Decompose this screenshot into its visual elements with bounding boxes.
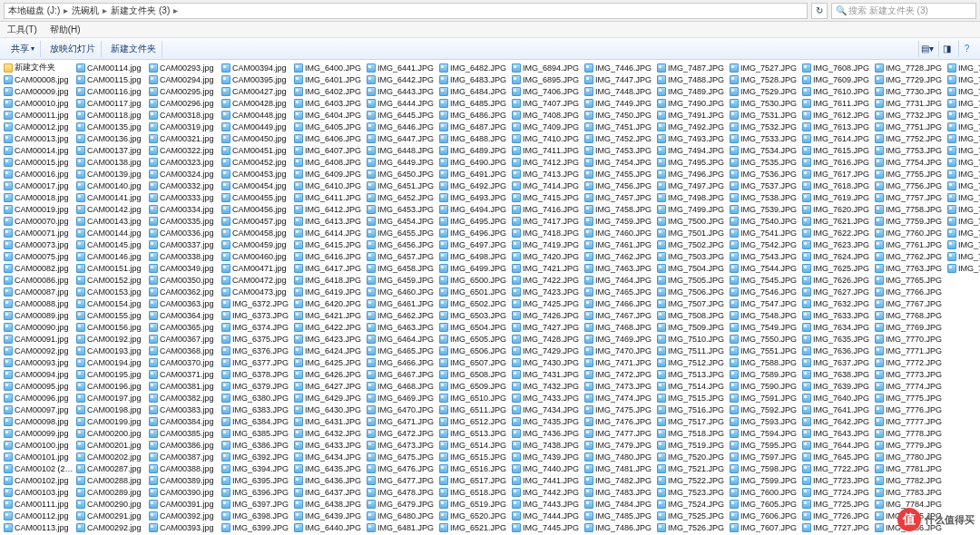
image-file-item[interactable]: IMG_7611.JPG <box>802 97 873 109</box>
image-file-item[interactable]: IMG_7490.JPG <box>657 97 728 109</box>
image-file-item[interactable]: IMG_6400.JPG <box>294 62 365 73</box>
image-file-item[interactable]: IMG_7756.JPG <box>875 180 946 191</box>
image-file-item[interactable]: IMG_7414.JPG <box>512 180 583 191</box>
image-file-item[interactable]: IMG_6479.JPG <box>367 498 437 510</box>
image-file-item[interactable]: CAM00103.jpg <box>4 486 74 498</box>
image-file-item[interactable]: IMG_7534.JPG <box>730 144 800 156</box>
image-file-item[interactable]: IMG_7538.JPG <box>730 191 800 203</box>
image-file-item[interactable]: IMG_7618.JPG <box>802 180 873 191</box>
image-file-item[interactable]: IMG_7453.JPG <box>584 144 655 156</box>
image-file-item[interactable]: IMG_6376.JPG <box>221 345 292 356</box>
image-file-item[interactable]: IMG_7434.JPG <box>512 404 583 415</box>
image-file-item[interactable]: IMG_7461.JPG <box>584 238 655 250</box>
image-file-item[interactable]: CAM00458.jpg <box>221 227 292 238</box>
image-file-item[interactable]: IMG_6461.JPG <box>367 297 437 309</box>
image-file-item[interactable]: CAM00370.jpg <box>149 356 220 368</box>
image-file-item[interactable]: IMG_6396.JPG <box>221 486 292 498</box>
image-file-item[interactable]: IMG_7518.JPG <box>657 427 728 439</box>
image-file-item[interactable]: CAM00292.jpg <box>76 521 147 533</box>
image-file-item[interactable]: IMG_6495.JPG <box>439 215 510 227</box>
image-file-item[interactable]: CAM00427.jpg <box>221 85 292 97</box>
image-file-item[interactable]: IMG_6451.JPG <box>367 180 437 191</box>
image-file-item[interactable]: IMG_7436.JPG <box>512 427 583 439</box>
image-file-item[interactable]: IMG_6421.JPG <box>294 309 365 321</box>
image-file-item[interactable]: IMG_7484.JPG <box>584 498 655 510</box>
image-file-item[interactable]: IMG_6414.JPG <box>294 227 365 238</box>
image-file-item[interactable]: IMG_7521.JPG <box>657 462 728 474</box>
image-file-item[interactable]: IMG_7622.JPG <box>802 227 873 238</box>
image-file-item[interactable]: CAM00363.jpg <box>149 297 220 309</box>
image-file-item[interactable]: IMG_7621.JPG <box>802 215 873 227</box>
image-file-item[interactable]: IMG_7504.JPG <box>657 262 728 274</box>
image-file-item[interactable]: CAM00318.jpg <box>149 109 220 121</box>
image-file-item[interactable]: IMG_7411.JPG <box>512 144 583 156</box>
image-file-item[interactable]: IMG_7725.JPG <box>802 498 873 510</box>
image-file-item[interactable]: CAM00394.jpg <box>221 62 292 73</box>
image-file-item[interactable]: IMG_6457.JPG <box>367 250 437 262</box>
image-file-item[interactable]: IMG_6502.JPG <box>439 297 510 309</box>
image-file-item[interactable]: IMG_7722.JPG <box>802 462 873 474</box>
breadcrumb-seg[interactable]: 本地磁盘 (J:) <box>8 5 60 17</box>
image-file-item[interactable]: CAM00457.jpg <box>221 215 292 227</box>
image-file-item[interactable]: CAM00071.jpg <box>4 227 74 238</box>
image-file-item[interactable]: IMG_7548.JPG <box>730 309 800 321</box>
image-file-item[interactable]: IMG_7509.JPG <box>657 321 728 333</box>
image-file-item[interactable]: IMG_6411.JPG <box>294 191 365 203</box>
image-file-item[interactable]: IMG_7778.JPG <box>875 427 946 439</box>
image-file-item[interactable]: IMG_7759.JPG <box>875 215 946 227</box>
image-file-item[interactable]: IMG_7728.JPG <box>875 62 946 73</box>
image-file-item[interactable]: IMG_7501.JPG <box>657 227 728 238</box>
image-file-item[interactable]: IMG_6429.JPG <box>294 392 365 404</box>
image-file-item[interactable]: IMG_7441.JPG <box>512 474 583 486</box>
image-file-item[interactable]: IMG_7438.JPG <box>512 439 583 451</box>
image-file-item[interactable]: CAM00097.jpg <box>4 404 74 415</box>
image-file-item[interactable]: IMG_6512.JPG <box>439 415 510 427</box>
image-file-item[interactable]: CAM00289.jpg <box>76 486 147 498</box>
image-file-item[interactable]: IMG_6417.JPG <box>294 262 365 274</box>
image-file-item[interactable]: IMG_6385.JPG <box>221 427 292 439</box>
image-file-item[interactable]: IMG_6441.JPG <box>367 62 437 73</box>
image-file-item[interactable]: IMG_7752.JPG <box>875 132 946 144</box>
image-file-item[interactable]: IMG_7439.JPG <box>512 451 583 462</box>
image-file-item[interactable]: CAM00142.jpg <box>76 203 147 215</box>
image-file-item[interactable]: CAM00116.jpg <box>76 85 147 97</box>
image-file-item[interactable]: IMG_6514.JPG <box>439 439 510 451</box>
image-file-item[interactable]: IMG_7454.JPG <box>584 156 655 168</box>
image-file-item[interactable]: IMG_7510.JPG <box>657 333 728 345</box>
image-file-item[interactable]: IMG_7449.JPG <box>584 97 655 109</box>
image-file-item[interactable]: IMG_6499.JPG <box>439 262 510 274</box>
image-file-item[interactable]: IMG_7639.JPG <box>802 380 873 392</box>
image-file-item[interactable]: IMG_7790.JPG <box>947 85 980 97</box>
image-file-item[interactable]: IMG_7506.JPG <box>657 286 728 297</box>
image-file-item[interactable]: IMG_7410.JPG <box>512 132 583 144</box>
image-file-item[interactable]: IMG_7795.JPG <box>947 144 980 156</box>
image-file-item[interactable]: IMG_6465.JPG <box>367 345 437 356</box>
image-file-item[interactable]: CAM00112.jpg <box>4 510 74 521</box>
image-file-item[interactable]: IMG_6490.JPG <box>439 156 510 168</box>
image-file-item[interactable]: IMG_6518.JPG <box>439 486 510 498</box>
image-file-item[interactable]: CAM00350.jpg <box>149 274 220 286</box>
image-file-item[interactable]: CAM00293.jpg <box>149 62 220 73</box>
image-file-item[interactable]: CAM00322.jpg <box>149 144 220 156</box>
image-file-item[interactable]: IMG_7627.JPG <box>802 286 873 297</box>
image-file-item[interactable]: IMG_6419.JPG <box>294 286 365 297</box>
image-file-item[interactable]: IMG_7535.JPG <box>730 156 800 168</box>
image-file-item[interactable]: IMG_6448.JPG <box>367 144 437 156</box>
image-file-item[interactable]: CAM00070.jpg <box>4 215 74 227</box>
image-file-item[interactable]: CAM00088.jpg <box>4 297 74 309</box>
image-file-item[interactable]: CAM00153.jpg <box>76 286 147 297</box>
image-file-item[interactable]: CAM00391.jpg <box>149 498 220 510</box>
image-file-item[interactable]: IMG_7730.JPG <box>875 85 946 97</box>
image-file-item[interactable]: IMG_6501.JPG <box>439 286 510 297</box>
image-file-item[interactable]: CAM00113.jpg <box>4 521 74 533</box>
image-file-item[interactable]: IMG_6486.JPG <box>439 109 510 121</box>
image-file-item[interactable]: IMG_7758.JPG <box>875 203 946 215</box>
image-file-item[interactable]: CAM00288.jpg <box>76 474 147 486</box>
image-file-item[interactable]: CAM00334.jpg <box>149 203 220 215</box>
image-file-item[interactable]: IMG_6493.JPG <box>439 191 510 203</box>
image-file-item[interactable]: CAM00368.jpg <box>149 345 220 356</box>
image-file-item[interactable]: IMG_7427.JPG <box>512 321 583 333</box>
image-file-item[interactable]: IMG_7605.JPG <box>730 498 800 510</box>
image-file-item[interactable]: IMG_6458.JPG <box>367 262 437 274</box>
image-file-item[interactable]: CAM00290.jpg <box>76 498 147 510</box>
